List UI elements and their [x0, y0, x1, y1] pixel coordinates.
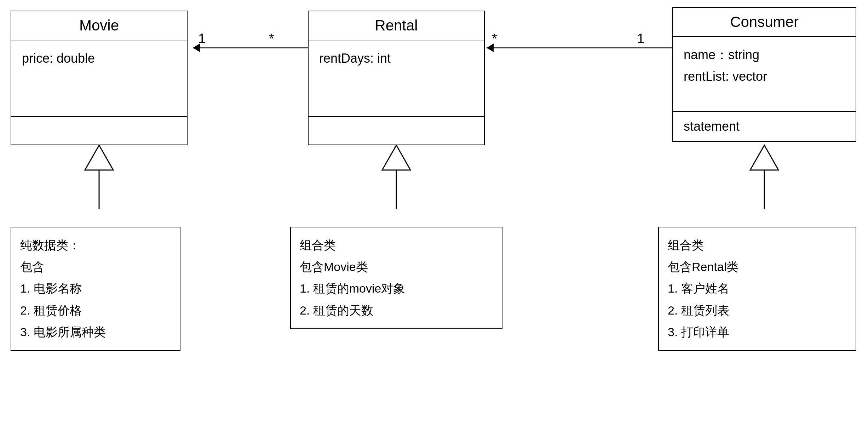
note-consumer: 组合类 包含Rental类 1. 客户姓名 2. 租赁列表 3. 打印详单	[658, 227, 856, 351]
svg-marker-7	[382, 145, 410, 170]
assoc-movie-rental-right-multiplicity: *	[269, 31, 274, 46]
consumer-attr-name: name：string	[684, 44, 845, 66]
assoc-rental-consumer-right-multiplicity: 1	[637, 31, 644, 46]
note-rental-line3: 1. 租赁的movie对象	[300, 278, 493, 299]
consumer-methods: statement	[673, 111, 856, 141]
note-movie: 纯数据类： 包含 1. 电影名称 2. 租赁价格 3. 电影所属种类	[11, 227, 180, 351]
note-consumer-line2: 包含Rental类	[668, 256, 847, 278]
rental-title: Rental	[309, 11, 484, 40]
note-consumer-line3: 1. 客户姓名	[668, 278, 847, 299]
note-movie-line4: 2. 租赁价格	[20, 300, 171, 321]
note-rental: 组合类 包含Movie类 1. 租赁的movie对象 2. 租赁的天数	[290, 227, 502, 329]
note-movie-line5: 3. 电影所属种类	[20, 321, 171, 343]
note-rental-line2: 包含Movie类	[300, 256, 493, 278]
note-movie-line1: 纯数据类：	[20, 234, 171, 256]
svg-marker-5	[85, 145, 113, 170]
note-consumer-line5: 3. 打印详单	[668, 321, 847, 343]
class-rental: Rental rentDays: int	[308, 11, 485, 145]
note-movie-line2: 包含	[20, 256, 171, 278]
movie-title: Movie	[11, 11, 187, 40]
note-rental-line4: 2. 租赁的天数	[300, 300, 493, 321]
diagram-container: Movie price: double 1 * Rental rentDays:…	[0, 0, 868, 424]
rental-methods	[309, 116, 484, 145]
note-rental-line1: 组合类	[300, 234, 493, 256]
assoc-movie-rental-left-multiplicity: 1	[198, 31, 206, 46]
movie-methods	[11, 116, 187, 145]
consumer-title: Consumer	[673, 8, 856, 37]
note-movie-line3: 1. 电影名称	[20, 278, 171, 299]
svg-marker-9	[750, 145, 778, 170]
note-consumer-line1: 组合类	[668, 234, 847, 256]
class-movie: Movie price: double	[11, 11, 188, 145]
class-consumer: Consumer name：string rentList: vector st…	[672, 7, 856, 142]
consumer-attr-rentlist: rentList: vector	[684, 66, 845, 87]
movie-attributes: price: double	[11, 40, 187, 116]
note-consumer-line4: 2. 租赁列表	[668, 300, 847, 321]
rental-attributes: rentDays: int	[309, 40, 484, 116]
assoc-rental-consumer-left-multiplicity: *	[492, 31, 497, 46]
consumer-attributes: name：string rentList: vector	[673, 37, 856, 111]
